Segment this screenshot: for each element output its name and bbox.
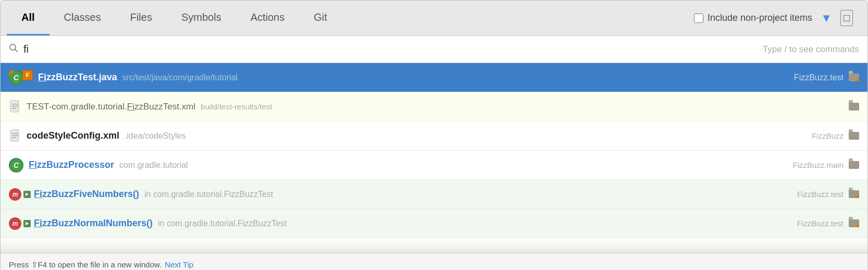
- result-main: FizzBuzzProcessor com.gradle.tutorial: [29, 159, 792, 170]
- result-main: codeStyleConfig.xml .idea/codeStyles: [27, 130, 812, 141]
- search-bar: Type / to see commands: [1, 36, 867, 63]
- xml-doc-icon: [9, 129, 21, 143]
- fade-indicator: [1, 238, 867, 253]
- include-non-project-text: Include non-project items: [708, 13, 812, 23]
- tab-bar: All Classes Files Symbols Actions Git In…: [1, 1, 867, 36]
- result-name: FizzBuzzFiveNumbers(): [34, 189, 139, 200]
- method-green-sub-icon: ▶: [23, 191, 31, 198]
- search-hint: Type / to see commands: [763, 44, 859, 55]
- result-path: in com.gradle.tutorial.FizzBuzzTest: [144, 190, 273, 199]
- tab-all[interactable]: All: [7, 1, 49, 35]
- folder-icon: [849, 219, 859, 227]
- include-non-project-label[interactable]: Include non-project items: [694, 13, 812, 23]
- filter-icon[interactable]: ▼: [821, 11, 832, 25]
- search-input[interactable]: [23, 43, 763, 55]
- include-non-project-checkbox[interactable]: [694, 14, 703, 23]
- result-path: .idea/codeStyles: [125, 131, 185, 141]
- table-row[interactable]: m ▶ FizzBuzzFiveNumbers() in com.gradle.…: [1, 180, 867, 209]
- table-row[interactable]: C FizzBuzzProcessor com.gradle.tutorial …: [1, 151, 867, 180]
- result-module: FizzBuzz: [812, 131, 844, 140]
- result-main: FizzBuzzFiveNumbers() in com.gradle.tuto…: [34, 189, 797, 200]
- tab-git[interactable]: Git: [299, 1, 342, 35]
- folder-icon: [849, 132, 859, 140]
- result-name: codeStyleConfig.xml: [27, 130, 119, 141]
- folder-icon: [849, 161, 859, 169]
- result-right: FizzBuzz.test: [794, 73, 859, 82]
- results-list: C F FizzBuzzTest.java src/test/java/com/…: [1, 63, 867, 253]
- result-module: FizzBuzz.test: [797, 190, 844, 199]
- table-row[interactable]: codeStyleConfig.xml .idea/codeStyles Fiz…: [1, 121, 867, 151]
- status-text: Press ⇧F4 to open the file in a new wind…: [9, 260, 162, 269]
- result-name: FizzBuzzNormalNumbers(): [34, 218, 153, 229]
- search-icon: [9, 43, 18, 55]
- result-module: FizzBuzz.test: [797, 219, 844, 228]
- status-bar: Press ⇧F4 to open the file in a new wind…: [1, 253, 867, 270]
- result-path: src/test/java/com/gradle/tutorial: [122, 73, 238, 82]
- xml-doc-icon: [9, 100, 21, 114]
- result-name-selected: FizzBuzzTest.java: [38, 72, 117, 83]
- method-green-sub-icon: ▶: [23, 220, 31, 227]
- result-name: FizzBuzzProcessor: [29, 159, 114, 170]
- result-right: FizzBuzz.test: [797, 219, 859, 228]
- table-row[interactable]: m ▶ FizzBuzzNormalNumbers() in com.gradl…: [1, 209, 867, 238]
- search-everywhere-dialog: All Classes Files Symbols Actions Git In…: [0, 0, 868, 270]
- result-right: FizzBuzz.main: [792, 161, 859, 169]
- result-right: FizzBuzz.test: [797, 190, 859, 199]
- result-right: [844, 103, 859, 111]
- file-type-badge: F: [26, 72, 30, 78]
- folder-icon: [849, 73, 859, 81]
- result-right: FizzBuzz: [812, 131, 859, 140]
- svg-line-1: [15, 50, 18, 52]
- table-row[interactable]: TEST-com.gradle.tutorial.FizzBuzzTest.xm…: [1, 92, 867, 121]
- folder-icon: [849, 190, 859, 198]
- folder-icon: [849, 103, 859, 111]
- result-module: FizzBuzz.main: [792, 161, 844, 169]
- method-red-icon: m: [9, 217, 21, 230]
- table-row[interactable]: C F FizzBuzzTest.java src/test/java/com/…: [1, 63, 867, 92]
- result-module: FizzBuzz.test: [794, 73, 844, 82]
- tab-classes[interactable]: Classes: [49, 1, 116, 35]
- result-name: TEST-com.gradle.tutorial.FizzBuzzTest.xm…: [27, 102, 195, 112]
- match-highlight: Fi: [38, 72, 46, 82]
- result-main: FizzBuzzNormalNumbers() in com.gradle.tu…: [34, 218, 797, 229]
- result-path: com.gradle.tutorial: [119, 161, 188, 170]
- method-red-icon: m: [9, 188, 21, 201]
- window-icon[interactable]: □: [840, 10, 853, 26]
- result-path: in com.gradle.tutorial.FizzBuzzTest: [158, 219, 287, 228]
- result-main: TEST-com.gradle.tutorial.FizzBuzzTest.xm…: [27, 102, 844, 112]
- result-path: build/test-results/test: [201, 102, 272, 111]
- tab-files[interactable]: Files: [116, 1, 167, 35]
- result-main: FizzBuzzTest.java src/test/java/com/grad…: [38, 72, 794, 83]
- class-processor-icon: C: [9, 158, 23, 173]
- class-icon-c: C: [14, 73, 19, 82]
- tab-bar-right: Include non-project items ▼ □: [694, 1, 861, 35]
- tab-actions[interactable]: Actions: [236, 1, 300, 35]
- tab-symbols[interactable]: Symbols: [167, 1, 236, 35]
- next-tip-link[interactable]: Next Tip: [165, 260, 193, 269]
